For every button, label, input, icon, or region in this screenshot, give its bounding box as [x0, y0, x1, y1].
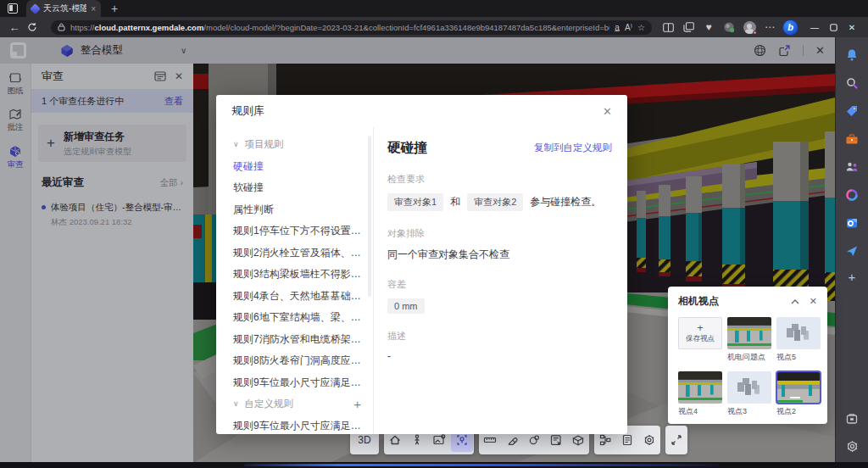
viewpoint-thumbnail[interactable] [776, 317, 821, 349]
profile-avatar[interactable] [742, 20, 757, 35]
description-label: 描述 [387, 330, 612, 343]
check-requirement-label: 检查要求 [387, 173, 612, 186]
camera-panel-title: 相机视点 [678, 294, 781, 309]
rule-item[interactable]: 规则9车位最小尺寸应满足5300X [216, 415, 373, 435]
rule-library-modal: 规则库 ✕ ∨项目规则硬碰撞软碰撞属性判断规则1停车位下方不得设置集水坑规则2消… [216, 95, 627, 434]
plus-icon: + [697, 323, 703, 333]
rule-item[interactable]: 规则9车位最小尺寸应满足5300X... [216, 372, 373, 394]
screen: 天云筑-模随享 × + ← https://cloud.patternx.gem… [0, 0, 868, 468]
review-object1-chip: 审查对象1 [387, 193, 443, 211]
tolerance-chip: 0 mm [387, 298, 425, 314]
rule-item[interactable]: 软碰撞 [216, 177, 373, 199]
rule-item[interactable]: 规则6地下室结构墙、梁、柱和机... [216, 307, 373, 329]
taskbar-edge-strip [0, 462, 868, 468]
rule-list: ∨项目规则硬碰撞软碰撞属性判断规则1停车位下方不得设置集水坑规则2消火栓立管及箱… [216, 127, 374, 434]
rule-list-scrollbar[interactable] [368, 136, 371, 297]
rule-item[interactable]: 规则7消防水管和电缆桥架不得穿... [216, 329, 373, 351]
copilot-icon[interactable]: b [782, 20, 798, 36]
browser-essentials-icon[interactable]: ♥ [701, 20, 716, 35]
viewpoint-cell: 视点4 [678, 371, 722, 417]
more-menu-icon[interactable]: ⋯ [762, 20, 777, 35]
viewpoint-label: 视点3 [727, 406, 771, 417]
minimize-button[interactable]: — [805, 19, 824, 36]
rule-group-label: 项目规则 [245, 134, 284, 156]
viewpoint-thumbnail-selected[interactable] [776, 371, 821, 404]
viewpoint-grid: + 保存视点 机电问题点视点5视点4视点3视点2 [678, 317, 817, 417]
refresh-icon[interactable] [27, 22, 42, 32]
collections-icon[interactable] [681, 20, 696, 35]
tools-briefcase-icon[interactable] [844, 131, 860, 147]
tab-close-icon[interactable]: × [91, 4, 96, 14]
search-icon[interactable] [844, 75, 860, 91]
save-viewpoint-button[interactable]: + 保存视点 [678, 317, 722, 349]
window-controls: — ✕ [805, 19, 861, 36]
rule-item[interactable]: 规则4承台、天然地基基础与集水... [216, 286, 373, 308]
outlook-icon[interactable] [844, 215, 860, 231]
shopping-tag-icon[interactable] [844, 103, 860, 119]
close-window-button[interactable]: ✕ [843, 19, 861, 36]
save-viewpoint-cell: + 保存视点 [678, 317, 722, 363]
settings-gear-button[interactable] [638, 426, 660, 454]
rule-group-header[interactable]: ∨自定义规则+ [216, 393, 373, 415]
viewpoint-label: 视点5 [776, 352, 821, 363]
browser-tab-strip: 天云筑-模随享 × + [0, 0, 868, 17]
profile-badge [753, 31, 757, 35]
close-camera-panel-icon[interactable]: ✕ [810, 296, 817, 307]
tab-title: 天云筑-模随享 [43, 3, 86, 14]
chevron-down-icon: ∨ [233, 134, 239, 156]
back-icon[interactable]: ← [7, 21, 22, 34]
viewpoint-cell: 机电问题点 [727, 317, 771, 363]
browser-tab[interactable]: 天云筑-模随享 × [26, 0, 101, 17]
object-exclude-text: 同一个审查对象集合不检查 [387, 248, 612, 262]
split-screen-icon[interactable] [660, 20, 676, 35]
modal-title: 规则库 [231, 103, 603, 119]
sidebar-settings-gear-icon[interactable] [845, 439, 860, 454]
copy-to-custom-link[interactable]: 复制到自定义规则 [534, 142, 612, 154]
maximize-button[interactable] [824, 19, 843, 36]
new-tab-button[interactable]: + [111, 2, 118, 15]
add-custom-rule-button[interactable]: + [353, 398, 361, 410]
rule-item[interactable]: 规则2消火栓立管及箱体、集水井... [216, 242, 373, 265]
notifications-bell-icon[interactable] [844, 47, 860, 63]
translate-icon[interactable]: a̲ [615, 23, 620, 32]
rule-group-label: 自定义规则 [245, 393, 294, 415]
viewpoint-label: 视点2 [776, 406, 821, 417]
address-bar[interactable]: https://cloud.patternx.gemdale.com/model… [51, 20, 652, 35]
collapse-panel-icon[interactable] [791, 299, 799, 304]
viewpoint-thumbnail[interactable] [727, 317, 771, 349]
rule-detail: 硬碰撞 复制到自定义规则 检查要求 审查对象1 和 审查对象2 参与碰撞检查。 … [374, 127, 627, 434]
rule-item[interactable]: 规则8防火卷帘门洞高度应保证防... [216, 350, 373, 372]
add-sidebar-item-button[interactable]: + [849, 271, 856, 283]
rule-item[interactable]: 硬碰撞 [216, 156, 373, 178]
rule-detail-title: 硬碰撞 [387, 139, 534, 157]
drop-icon[interactable] [844, 243, 860, 259]
rule-group-header[interactable]: ∨项目规则 [216, 134, 373, 156]
url-text: https://cloud.patternx.gemdale.com/model… [70, 23, 609, 32]
modal-close-icon[interactable]: ✕ [603, 105, 612, 118]
rule-item[interactable]: 属性判断 [216, 199, 373, 221]
viewpoint-label: 视点4 [678, 406, 722, 417]
fullscreen-button[interactable] [665, 426, 687, 454]
viewpoint-label: 机电问题点 [727, 352, 771, 363]
viewpoint-thumbnail[interactable] [727, 371, 771, 404]
tab-actions-icon[interactable] [8, 3, 18, 14]
edge-sidebar: + [835, 37, 868, 462]
viewpoint-cell: 视点5 [776, 317, 821, 363]
rule-item[interactable]: 规则3结构梁板墙柱不得影响停车... [216, 264, 373, 286]
taskbar-accent-line [244, 464, 719, 466]
favorite-star-icon[interactable]: ☆ [637, 23, 645, 32]
people-icon[interactable] [844, 159, 860, 175]
extension-icon[interactable] [721, 20, 737, 35]
chevron-down-icon: ∨ [233, 393, 239, 415]
object-exclude-label: 对象排除 [387, 227, 612, 240]
tolerance-label: 容差 [387, 278, 612, 291]
designer-icon[interactable] [844, 187, 860, 203]
sidebar-hide-icon[interactable] [844, 411, 860, 426]
lock-icon [58, 23, 65, 31]
site-favicon [30, 3, 41, 14]
read-aloud-icon[interactable]: A⁾ [625, 23, 632, 32]
rule-item[interactable]: 规则1停车位下方不得设置集水坑 [216, 220, 373, 242]
viewpoint-thumbnail[interactable] [678, 371, 722, 404]
description-value: - [387, 350, 612, 362]
camera-viewpoints-panel: 相机视点 ✕ + 保存视点 机电问题点视点5视点4视点3视点2 [668, 287, 827, 424]
